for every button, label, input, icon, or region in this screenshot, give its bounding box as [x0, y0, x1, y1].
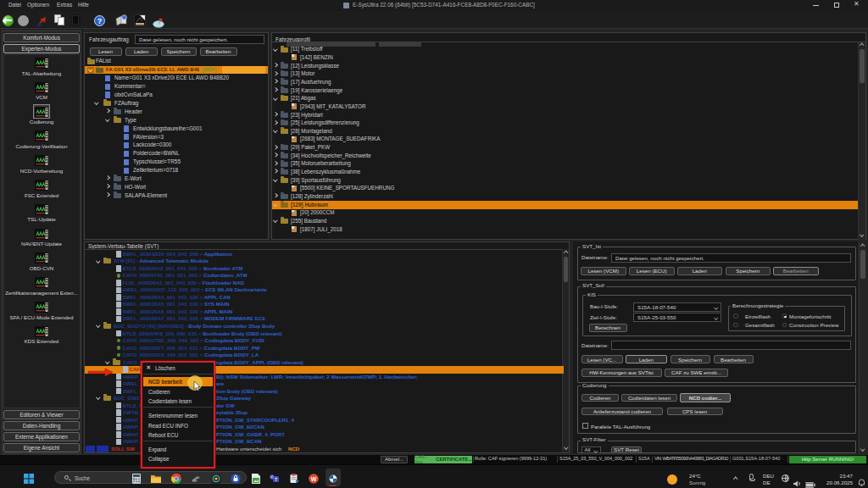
svg-text:T: T — [275, 477, 278, 482]
svg-text:W: W — [310, 476, 316, 482]
